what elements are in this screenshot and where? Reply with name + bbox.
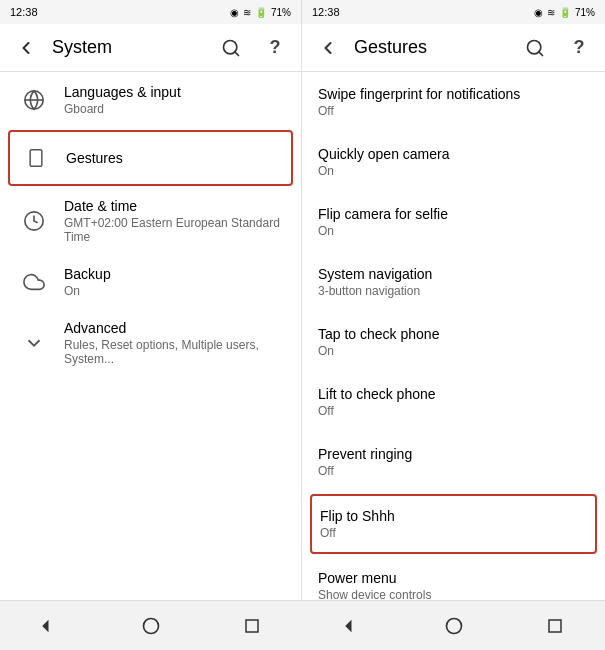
right-home-nav-button[interactable] xyxy=(424,606,484,646)
svg-line-8 xyxy=(539,51,543,55)
gesture-tap-check-phone[interactable]: Tap to check phone On xyxy=(302,312,605,372)
left-menu-list: Languages & input Gboard Gestures xyxy=(0,72,301,600)
gesture-flip-shhh[interactable]: Flip to Shhh Off xyxy=(310,494,597,554)
right-help-button[interactable]: ? xyxy=(561,30,597,66)
right-back-button[interactable] xyxy=(310,30,346,66)
menu-item-datetime[interactable]: Date & time GMT+02:00 Eastern European S… xyxy=(0,188,301,254)
svg-marker-9 xyxy=(44,621,49,630)
left-home-nav-button[interactable] xyxy=(121,606,181,646)
menu-item-advanced[interactable]: Advanced Rules, Reset options, Multiple … xyxy=(0,310,301,376)
advanced-subtitle: Rules, Reset options, Multiple users, Sy… xyxy=(64,338,285,366)
datetime-title: Date & time xyxy=(64,198,285,214)
swipe-fingerprint-title: Swipe fingerprint for notifications xyxy=(318,86,589,102)
cloud-icon xyxy=(16,264,52,300)
backup-title: Backup xyxy=(64,266,111,282)
open-camera-subtitle: On xyxy=(318,164,589,178)
left-recents-nav-button[interactable] xyxy=(222,606,282,646)
right-page-title: Gestures xyxy=(354,37,509,58)
prevent-ringing-title: Prevent ringing xyxy=(318,446,589,462)
languages-text: Languages & input Gboard xyxy=(64,84,181,116)
globe-icon xyxy=(16,82,52,118)
svg-point-13 xyxy=(446,618,461,633)
prevent-ringing-subtitle: Off xyxy=(318,464,589,478)
flip-camera-subtitle: On xyxy=(318,224,589,238)
gesture-power-menu[interactable]: Power menu Show device controls xyxy=(302,556,605,600)
right-recents-nav-button[interactable] xyxy=(525,606,585,646)
advanced-title: Advanced xyxy=(64,320,285,336)
gesture-lift-check-phone[interactable]: Lift to check phone Off xyxy=(302,372,605,432)
gestures-title: Gestures xyxy=(66,150,123,166)
svg-point-10 xyxy=(143,618,158,633)
flip-shhh-subtitle: Off xyxy=(320,526,587,540)
svg-rect-11 xyxy=(246,620,258,632)
lift-check-phone-subtitle: Off xyxy=(318,404,589,418)
power-menu-title: Power menu xyxy=(318,570,589,586)
advanced-text: Advanced Rules, Reset options, Multiple … xyxy=(64,320,285,366)
bottom-navigation xyxy=(0,600,605,650)
system-nav-title: System navigation xyxy=(318,266,589,282)
left-status-bar: 12:38 ◉ ≋ 🔋 71% xyxy=(0,0,301,24)
right-status-bar: 12:38 ◉ ≋ 🔋 71% xyxy=(302,0,605,24)
svg-rect-4 xyxy=(30,150,42,167)
datetime-subtitle: GMT+02:00 Eastern European Standard Time xyxy=(64,216,285,244)
phone-icon xyxy=(18,140,54,176)
gesture-prevent-ringing[interactable]: Prevent ringing Off xyxy=(302,432,605,492)
left-back-nav-button[interactable] xyxy=(20,606,80,646)
left-back-button[interactable] xyxy=(8,30,44,66)
clock-icon xyxy=(16,203,52,239)
svg-line-1 xyxy=(235,51,239,55)
languages-title: Languages & input xyxy=(64,84,181,100)
datetime-text: Date & time GMT+02:00 Eastern European S… xyxy=(64,198,285,244)
swipe-fingerprint-subtitle: Off xyxy=(318,104,589,118)
right-back-nav-button[interactable] xyxy=(323,606,383,646)
svg-marker-12 xyxy=(346,621,351,630)
tap-check-phone-subtitle: On xyxy=(318,344,589,358)
flip-camera-title: Flip camera for selfie xyxy=(318,206,589,222)
right-top-bar: Gestures ? xyxy=(302,24,605,72)
gesture-flip-camera[interactable]: Flip camera for selfie On xyxy=(302,192,605,252)
menu-item-gestures[interactable]: Gestures xyxy=(8,130,293,186)
gesture-system-nav[interactable]: System navigation 3-button navigation xyxy=(302,252,605,312)
power-menu-subtitle: Show device controls xyxy=(318,588,589,600)
languages-subtitle: Gboard xyxy=(64,102,181,116)
chevron-down-icon xyxy=(16,325,52,361)
backup-subtitle: On xyxy=(64,284,111,298)
left-time: 12:38 xyxy=(10,6,38,18)
right-status-icons: ◉ ≋ 🔋 71% xyxy=(534,7,595,18)
menu-item-languages[interactable]: Languages & input Gboard xyxy=(0,72,301,128)
svg-rect-14 xyxy=(549,620,561,632)
flip-shhh-title: Flip to Shhh xyxy=(320,508,587,524)
right-bottom-nav xyxy=(302,600,605,650)
system-nav-subtitle: 3-button navigation xyxy=(318,284,589,298)
open-camera-title: Quickly open camera xyxy=(318,146,589,162)
gesture-open-camera[interactable]: Quickly open camera On xyxy=(302,132,605,192)
gesture-list: Swipe fingerprint for notifications Off … xyxy=(302,72,605,600)
right-search-button[interactable] xyxy=(517,30,553,66)
left-status-icons: ◉ ≋ 🔋 71% xyxy=(230,7,291,18)
left-search-button[interactable] xyxy=(213,30,249,66)
tap-check-phone-title: Tap to check phone xyxy=(318,326,589,342)
lift-check-phone-title: Lift to check phone xyxy=(318,386,589,402)
gesture-swipe-fingerprint[interactable]: Swipe fingerprint for notifications Off xyxy=(302,72,605,132)
gestures-text: Gestures xyxy=(66,150,123,166)
left-page-title: System xyxy=(52,37,205,58)
left-top-bar: System ? xyxy=(0,24,301,72)
left-bottom-nav xyxy=(0,600,302,650)
right-time: 12:38 xyxy=(312,6,340,18)
backup-text: Backup On xyxy=(64,266,111,298)
menu-item-backup[interactable]: Backup On xyxy=(0,254,301,310)
left-help-button[interactable]: ? xyxy=(257,30,293,66)
